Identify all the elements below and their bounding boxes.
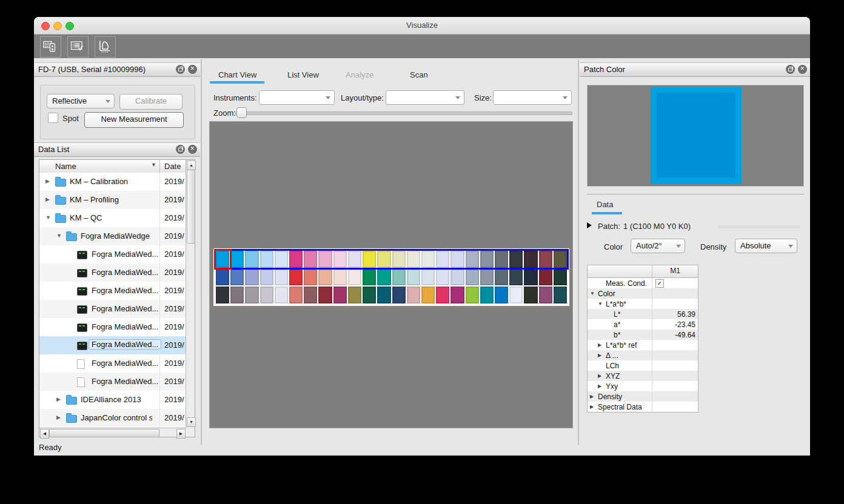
expand-arrow-icon[interactable]: ▶	[598, 353, 601, 358]
collapse-arrow-icon[interactable]: ▼	[598, 301, 603, 307]
patch-r2-c17[interactable]	[450, 269, 464, 286]
list-item[interactable]: Fogra MediaWed...2019/	[39, 318, 186, 336]
expand-arrow-icon[interactable]: ▶	[598, 342, 601, 348]
patch-r2-c4[interactable]	[260, 269, 273, 286]
patch-r3-c18[interactable]	[466, 287, 479, 303]
list-item[interactable]: ▶KM – Calibration2019/	[39, 173, 186, 191]
list-item[interactable]: ▶IDEAlliance 20132019/	[39, 391, 186, 409]
patch-r1-c9[interactable]	[333, 251, 347, 268]
zoom-slider-thumb[interactable]	[236, 107, 247, 118]
patch-r1-c7[interactable]	[304, 251, 317, 268]
patch-r2-c20[interactable]	[495, 269, 508, 286]
expand-arrow-icon[interactable]: ▶	[45, 196, 50, 202]
collapse-arrow-icon[interactable]: ▼	[45, 214, 51, 220]
expand-arrow-icon[interactable]: ▶	[590, 394, 594, 399]
patch-r2-c16[interactable]	[436, 269, 449, 286]
patch-r3-c17[interactable]	[450, 287, 464, 303]
tree-header[interactable]: Name ▼ Date M	[39, 160, 186, 173]
patch-r2-c14[interactable]	[407, 269, 420, 286]
patch-r3-c2[interactable]	[230, 287, 244, 303]
mode-select[interactable]: Reflective	[47, 94, 115, 108]
close-panel-icon[interactable]	[798, 65, 807, 74]
meas-cond-checkbox[interactable]: ✓	[655, 279, 664, 288]
patch-r3-c11[interactable]	[363, 287, 376, 303]
chart-canvas[interactable]	[209, 121, 573, 428]
list-item[interactable]: Fogra MediaWed...2019/	[39, 245, 186, 264]
patch-r3-c8[interactable]	[318, 287, 332, 303]
table-row[interactable]: Meas. Cond.✓	[588, 278, 698, 288]
tab-scan[interactable]: Scan	[410, 70, 428, 79]
patch-r1-c13[interactable]	[392, 251, 406, 268]
patch-r3-c23[interactable]	[539, 287, 552, 303]
calibrate-button[interactable]: Calibrate	[119, 94, 183, 110]
patch-r1-c1[interactable]	[216, 251, 229, 268]
patch-r1-c23[interactable]	[539, 251, 552, 268]
sort-arrow-icon[interactable]: ▼	[151, 162, 156, 168]
table-row[interactable]: ▶Yxy	[588, 381, 698, 391]
list-item[interactable]: ▶JapanColor control s...2019/	[39, 409, 186, 427]
data-list-button[interactable]	[67, 36, 89, 58]
patch-r1-c22[interactable]	[524, 251, 537, 268]
patch-r3-c3[interactable]	[245, 287, 258, 303]
scroll-down-arrow-icon[interactable]: ▼	[187, 417, 196, 427]
patch-r2-c15[interactable]	[421, 269, 435, 286]
patch-r3-c7[interactable]	[304, 287, 317, 303]
patch-r3-c22[interactable]	[524, 287, 537, 303]
spot-checkbox[interactable]	[48, 113, 58, 123]
patch-r1-c14[interactable]	[407, 251, 420, 268]
table-row[interactable]: ▶Δ ...	[588, 350, 698, 360]
patch-r2-c9[interactable]	[333, 269, 347, 286]
patch-r1-c21[interactable]	[509, 251, 523, 268]
patch-r3-c14[interactable]	[407, 287, 420, 303]
tab-data[interactable]: Data	[597, 200, 613, 209]
patch-collapse-arrow-icon[interactable]	[587, 222, 592, 228]
patch-r1-c6[interactable]	[289, 251, 303, 268]
table-row[interactable]: ▶Density	[588, 391, 698, 402]
horizontal-scroll-thumb[interactable]	[49, 429, 159, 437]
right-splitter[interactable]	[578, 59, 579, 445]
patch-r2-c12[interactable]	[377, 269, 390, 286]
expand-arrow-icon[interactable]: ▶	[56, 414, 61, 420]
patch-r1-c15[interactable]	[421, 251, 435, 268]
table-row[interactable]: LCh	[588, 360, 698, 371]
expand-arrow-icon[interactable]: ▶	[56, 396, 61, 402]
patch-r3-c20[interactable]	[495, 287, 508, 303]
patch-r1-c16[interactable]	[436, 251, 449, 268]
tab-analyze[interactable]: Analyze	[346, 70, 373, 79]
patch-r1-c5[interactable]	[275, 251, 288, 268]
patch-r2-c2[interactable]	[230, 269, 244, 286]
zoom-slider-track[interactable]	[235, 111, 572, 115]
patch-r2-c3[interactable]	[245, 269, 258, 286]
patch-r3-c15[interactable]	[421, 287, 435, 303]
patch-r1-c12[interactable]	[377, 251, 390, 268]
patch-r3-c21[interactable]	[509, 287, 523, 303]
float-panel-icon[interactable]	[176, 145, 185, 154]
patch-r2-c13[interactable]	[392, 269, 406, 286]
table-row[interactable]: ▶Spectral Data	[588, 402, 698, 412]
patch-r1-c11[interactable]	[363, 251, 376, 268]
patch-r2-c22[interactable]	[524, 269, 537, 286]
patch-r1-c8[interactable]	[318, 251, 332, 268]
expand-arrow-icon[interactable]: ▶	[45, 178, 50, 184]
instruments-select[interactable]	[259, 90, 335, 105]
patch-r2-c24[interactable]	[554, 269, 567, 286]
patch-r3-c9[interactable]	[333, 287, 347, 303]
patch-r3-c12[interactable]	[377, 287, 390, 303]
close-panel-icon[interactable]	[188, 65, 197, 74]
size-select[interactable]	[493, 90, 572, 105]
list-item[interactable]: Fogra MediaWed...2019/	[39, 336, 186, 354]
list-item[interactable]: ▼KM – QC2019/	[39, 209, 186, 227]
density-select[interactable]: Absolute	[735, 239, 797, 253]
patch-r1-c18[interactable]	[466, 251, 479, 268]
color-select[interactable]: Auto/2°	[631, 239, 685, 253]
patch-r2-c5[interactable]	[275, 269, 288, 286]
patch-r2-c7[interactable]	[304, 269, 317, 286]
patch-r3-c19[interactable]	[480, 287, 494, 303]
list-item[interactable]: Fogra MediaWed...2019/	[39, 264, 186, 282]
expand-arrow-icon[interactable]: ▶	[598, 373, 601, 379]
scroll-up-arrow-icon[interactable]: ▲	[187, 161, 196, 170]
patch-r1-c4[interactable]	[260, 251, 273, 268]
vertical-scroll-thumb[interactable]	[187, 170, 195, 244]
close-panel-icon[interactable]	[188, 145, 197, 154]
patch-r1-c24[interactable]	[554, 251, 567, 268]
